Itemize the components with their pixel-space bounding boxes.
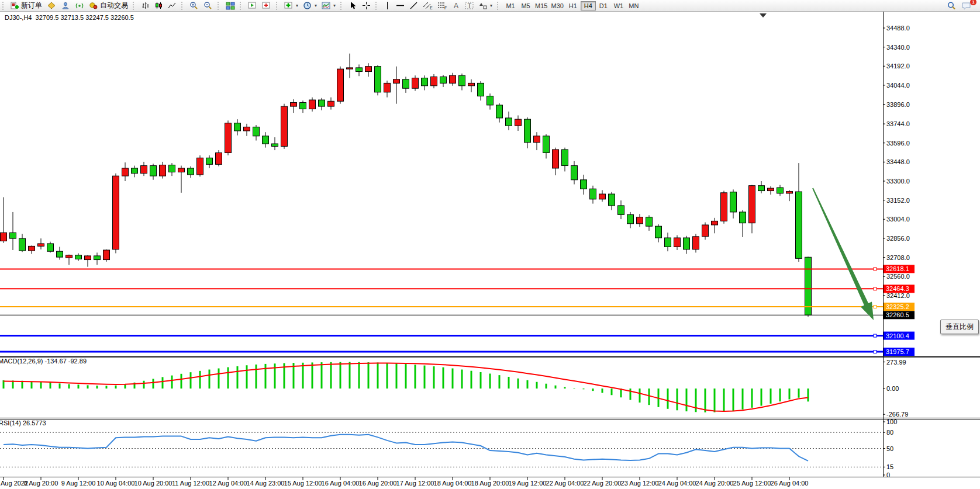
candle-body xyxy=(693,237,699,249)
candle-body xyxy=(674,238,681,247)
candle-body xyxy=(627,214,634,223)
chevron-down-icon: ▾ xyxy=(296,4,298,8)
channel-icon: E xyxy=(423,1,433,10)
candle-body xyxy=(150,166,157,176)
main-toolbar: 新订单 自动交易 ▾ ▾ ▾ E F A T ▾ M1M5M15M30H1H4D… xyxy=(0,0,980,12)
candle-body xyxy=(281,106,288,146)
timeframe-button-M30[interactable]: M30 xyxy=(549,1,565,11)
svg-text:33448.0: 33448.0 xyxy=(886,158,910,165)
fibonacci-button[interactable]: F xyxy=(435,1,450,11)
candle-body xyxy=(665,238,671,247)
candle-body xyxy=(75,255,82,259)
new-chart-button[interactable] xyxy=(246,1,260,11)
text-button[interactable]: A xyxy=(450,1,463,11)
templates-button[interactable]: ▾ xyxy=(319,1,338,11)
candle-body xyxy=(646,217,653,226)
candle-body xyxy=(216,152,222,164)
line-chart-button[interactable] xyxy=(165,1,179,11)
candlestick-chart-button[interactable] xyxy=(152,1,165,11)
svg-text:24 Aug 20:00: 24 Aug 20:00 xyxy=(696,480,734,487)
candle-body xyxy=(730,192,737,212)
candle-body xyxy=(122,168,129,176)
svg-text:32856.0: 32856.0 xyxy=(886,235,910,242)
timeframe-button-M5[interactable]: M5 xyxy=(518,1,533,11)
periods-button[interactable]: ▾ xyxy=(301,1,319,11)
line-handle[interactable] xyxy=(874,287,877,290)
candle-body xyxy=(721,193,727,221)
notifications-button[interactable]: 1 xyxy=(959,1,974,11)
timeframe-button-M1[interactable]: M1 xyxy=(503,1,518,11)
signals-button[interactable] xyxy=(73,1,87,11)
candle-body xyxy=(524,119,531,143)
svg-text:26 Aug 04:00: 26 Aug 04:00 xyxy=(771,480,809,487)
profiles-button[interactable] xyxy=(260,1,274,11)
gold-diamond-icon xyxy=(47,1,56,10)
line-handle[interactable] xyxy=(874,351,877,353)
indicators-button[interactable]: ▾ xyxy=(282,1,301,11)
autotrading-label: 自动交易 xyxy=(100,1,128,11)
horizontal-line-icon xyxy=(396,1,405,10)
horizontal-line-button[interactable] xyxy=(394,1,407,11)
candle-body xyxy=(66,255,73,258)
community-button[interactable] xyxy=(58,1,73,11)
bar-chart-button[interactable] xyxy=(139,1,152,11)
autotrading-button[interactable]: 自动交易 xyxy=(87,1,130,11)
candle-body xyxy=(786,192,793,193)
timeframe-button-MN[interactable]: MN xyxy=(626,1,641,11)
line-handle[interactable] xyxy=(874,268,877,270)
crosshair-button[interactable] xyxy=(360,1,373,11)
channel-button[interactable]: E xyxy=(420,1,435,11)
line-handle[interactable] xyxy=(874,305,877,308)
clock-icon xyxy=(303,1,312,10)
price-label-badge: 32260.5 xyxy=(884,311,915,319)
candle-body xyxy=(618,206,624,214)
timeframe-button-W1[interactable]: W1 xyxy=(611,1,626,11)
timeframe-button-H4[interactable]: H4 xyxy=(581,1,596,11)
zoom-out-button[interactable] xyxy=(201,1,215,11)
zoom-out-icon xyxy=(203,1,213,10)
trendline-button[interactable] xyxy=(407,1,420,11)
candle-body xyxy=(487,96,494,105)
candle-body xyxy=(777,188,784,193)
toolbar-grip xyxy=(2,2,6,10)
candle-body xyxy=(468,83,475,85)
candle-body xyxy=(609,194,615,206)
svg-text:34044.0: 34044.0 xyxy=(886,82,910,89)
candle-body xyxy=(375,67,381,92)
svg-text:23 Aug 12:00: 23 Aug 12:00 xyxy=(621,480,659,487)
tile-windows-button[interactable] xyxy=(223,1,237,11)
new-order-button[interactable]: 新订单 xyxy=(8,1,44,11)
svg-text:33596.0: 33596.0 xyxy=(886,140,910,147)
timeframe-button-M15[interactable]: M15 xyxy=(533,1,549,11)
toolbar-grip xyxy=(133,2,136,10)
toolbar-grip xyxy=(218,2,221,10)
candle-body xyxy=(768,188,774,190)
candle-body xyxy=(684,238,690,249)
cursor-button[interactable] xyxy=(346,1,360,11)
search-button[interactable] xyxy=(944,1,959,11)
text-label-button[interactable]: T xyxy=(463,1,477,11)
svg-text:18 Aug 04:00: 18 Aug 04:00 xyxy=(434,480,472,487)
zoom-in-button[interactable] xyxy=(187,1,201,11)
market-button[interactable] xyxy=(44,1,58,11)
shapes-button[interactable]: ▾ xyxy=(477,1,495,11)
chart-canvas[interactable]: 34488.034340.034192.034044.033896.033744… xyxy=(0,12,980,489)
vertical-line-button[interactable] xyxy=(381,1,394,11)
candle-body xyxy=(47,244,54,251)
candle-body xyxy=(206,158,213,164)
line-handle[interactable] xyxy=(874,334,877,337)
candle-body xyxy=(478,83,484,96)
timeframe-button-H1[interactable]: H1 xyxy=(565,1,581,11)
svg-text:33004.0: 33004.0 xyxy=(886,216,910,223)
candle-body xyxy=(394,79,400,84)
candle-body xyxy=(712,221,718,225)
timeframe-button-D1[interactable]: D1 xyxy=(596,1,611,11)
svg-text:100: 100 xyxy=(886,418,897,425)
tile-windows-icon xyxy=(226,1,235,10)
text-icon: A xyxy=(452,1,460,10)
line-chart-icon xyxy=(168,1,177,10)
price-label-badge: 32325.2 xyxy=(884,303,915,311)
candle-body xyxy=(562,150,568,166)
candle-body xyxy=(234,123,241,131)
chart-area: 34488.034340.034192.034044.033896.033744… xyxy=(0,12,980,489)
